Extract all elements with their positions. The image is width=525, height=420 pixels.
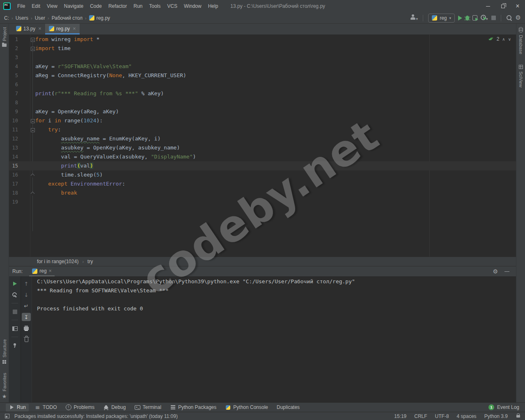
editor-tab-reg-py[interactable]: reg.py× <box>45 24 80 34</box>
menu-window[interactable]: Window <box>181 3 205 9</box>
toolwindow-problems[interactable]: Problems <box>62 404 97 411</box>
breadcrumb-item-c-[interactable]: C: <box>4 15 9 21</box>
line-number[interactable]: 17 <box>9 179 18 188</box>
toolwindow-duplicates[interactable]: Duplicates <box>274 404 303 411</box>
code-line-18[interactable]: 18 break <box>9 188 516 197</box>
scroll-to-end-button[interactable]: ↧ <box>22 313 31 321</box>
code-line-5[interactable]: 5aReg = ConnectRegistry(None, HKEY_CURRE… <box>9 71 516 80</box>
line-number[interactable]: 18 <box>9 188 18 197</box>
line-number[interactable]: 8 <box>9 98 18 107</box>
line-number[interactable]: 19 <box>9 197 18 207</box>
toolwindow-python-console[interactable]: Python Console <box>222 404 271 411</box>
run-button[interactable] <box>458 16 462 21</box>
status-4-spaces[interactable]: 4 spaces <box>457 413 477 419</box>
line-number[interactable]: 9 <box>9 107 18 116</box>
status-15-19[interactable]: 15:19 <box>394 413 406 419</box>
rerun-button[interactable] <box>10 280 19 288</box>
toolwindow-todo[interactable]: TODO <box>32 404 60 411</box>
breadcrumb-item--[interactable]: Рабочий стол <box>52 15 83 21</box>
fold-collapse-icon[interactable] <box>30 116 35 125</box>
menu-navigate[interactable]: Navigate <box>61 3 87 9</box>
toolwindow-run[interactable]: Run <box>6 404 29 411</box>
maximize-button[interactable] <box>495 0 510 12</box>
code-line-1[interactable]: 1from winreg import * <box>9 35 516 44</box>
code-line-7[interactable]: 7print(r"*** Reading from %s ***" % aKey… <box>9 89 516 98</box>
status-crlf[interactable]: CRLF <box>414 413 427 419</box>
fold-collapse-icon[interactable] <box>30 44 35 53</box>
code-line-9[interactable]: 9aKey = OpenKey(aReg, aKey) <box>9 107 516 116</box>
breadcrumb-item-user[interactable]: User <box>35 15 45 21</box>
stop-button-disabled[interactable] <box>10 308 19 316</box>
event-log-button[interactable]: 1 Event Log <box>488 404 519 410</box>
sidebar-item-favorites[interactable]: Favorites★ <box>2 373 7 399</box>
line-number[interactable]: 14 <box>9 152 18 161</box>
up-stacktrace-button[interactable]: ↑ <box>22 280 31 288</box>
profiler-button[interactable]: ▾ <box>481 15 488 21</box>
code-line-10[interactable]: 10for i in range(1024): <box>9 116 516 125</box>
run-tab-reg[interactable]: reg × <box>29 266 54 276</box>
line-number[interactable]: 5 <box>9 71 18 80</box>
code-line-15[interactable]: 15 print(val) <box>9 161 516 170</box>
settings-icon[interactable]: ⚙ <box>493 269 498 274</box>
tool-window-switcher-icon[interactable] <box>5 414 9 418</box>
sidebar-item-sciview[interactable]: SciView <box>518 65 523 87</box>
sidebar-item-database[interactable]: Database <box>518 27 523 54</box>
close-icon[interactable]: × <box>38 26 41 31</box>
close-button[interactable]: × <box>510 0 525 12</box>
down-stacktrace-button[interactable]: ↓ <box>22 291 31 299</box>
code-line-4[interactable]: 4aKey = r"SOFTWARE\Valve\Steam" <box>9 62 516 71</box>
code-line-12[interactable]: 12 asubkey_name = EnumKey(aKey, i) <box>9 134 516 143</box>
menu-code[interactable]: Code <box>87 3 105 9</box>
code-line-17[interactable]: 17 except EnvironmentError: <box>9 179 516 188</box>
breadcrumb-item-users[interactable]: Users <box>16 15 28 21</box>
code-editor[interactable]: 1from winreg import *2import time34aKey … <box>9 34 516 257</box>
fold-collapse-icon[interactable] <box>30 35 35 44</box>
menu-help[interactable]: Help <box>205 3 222 9</box>
toolwindow-debug[interactable]: Debug <box>100 404 128 411</box>
fold-end-icon[interactable] <box>30 188 35 197</box>
prev-warning-icon[interactable]: ∧ <box>502 37 505 41</box>
stop-button[interactable] <box>491 16 496 20</box>
run-with-coverage-button[interactable] <box>472 15 477 21</box>
pin-tab-button[interactable] <box>10 341 19 349</box>
toolwindow-terminal[interactable]: Terminal <box>132 404 164 411</box>
close-icon[interactable]: × <box>49 268 52 274</box>
code-line-11[interactable]: 11 try: <box>9 125 516 134</box>
code-line-13[interactable]: 13 asubkey = OpenKey(aKey, asubkey_name) <box>9 143 516 152</box>
soft-wrap-button[interactable]: ↵ <box>22 302 31 310</box>
menu-run[interactable]: Run <box>130 3 146 9</box>
line-number[interactable]: 11 <box>9 125 18 134</box>
edit-settings-button[interactable] <box>10 291 19 299</box>
editor-tab-13-py[interactable]: 13.py× <box>12 24 45 34</box>
sidebar-item-project[interactable]: Project <box>2 27 7 47</box>
print-button[interactable] <box>22 324 31 332</box>
debug-button[interactable] <box>465 16 469 21</box>
menu-refactor[interactable]: Refactor <box>105 3 130 9</box>
line-number[interactable]: 1 <box>9 35 18 44</box>
line-number[interactable]: 16 <box>9 170 18 179</box>
code-line-14[interactable]: 14 val = QueryValueEx(asubkey, "DisplayN… <box>9 152 516 161</box>
menu-tools[interactable]: Tools <box>146 3 164 9</box>
code-line-8[interactable]: 8 <box>9 98 516 107</box>
code-line-16[interactable]: 16 time.sleep(5) <box>9 170 516 179</box>
menu-vcs[interactable]: VCS <box>164 3 181 9</box>
lock-icon[interactable] <box>516 415 520 418</box>
restore-layout-button[interactable] <box>10 324 19 333</box>
code-line-19[interactable]: 19 <box>9 197 516 207</box>
run-configuration-select[interactable]: reg ▾ <box>428 14 455 23</box>
toolwindow-python-packages[interactable]: Python Packages <box>167 404 219 411</box>
minimize-button[interactable] <box>481 0 495 12</box>
fold-collapse-icon[interactable] <box>30 125 35 134</box>
status-utf-8[interactable]: UTF-8 <box>435 413 449 419</box>
next-warning-icon[interactable]: ∨ <box>508 37 511 41</box>
line-number[interactable]: 3 <box>9 53 18 62</box>
line-number[interactable]: 7 <box>9 89 18 98</box>
line-number[interactable]: 12 <box>9 134 18 143</box>
code-line-6[interactable]: 6 <box>9 80 516 89</box>
menu-view[interactable]: View <box>44 3 61 9</box>
settings-button[interactable]: ⚙ <box>516 15 521 21</box>
breadcrumb-item[interactable]: for i in range(1024) <box>37 259 78 264</box>
search-everywhere-button[interactable] <box>506 15 512 21</box>
clear-console-button[interactable] <box>22 335 31 343</box>
line-number[interactable]: 13 <box>9 143 18 152</box>
